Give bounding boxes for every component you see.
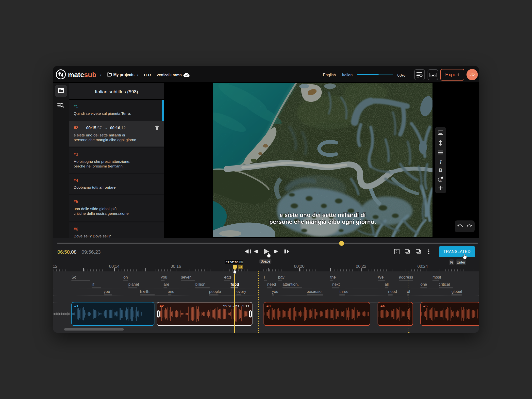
svg-text:I: I: [439, 159, 442, 165]
svg-text:persone che mangia cibo ogni g: persone che mangia cibo ogni giorno.: [269, 218, 376, 225]
svg-text:1: 1: [439, 178, 441, 181]
svg-text:e siete uno dei sette miliardi: e siete uno dei sette miliardi di: [280, 212, 366, 218]
svg-text:B: B: [439, 167, 442, 173]
